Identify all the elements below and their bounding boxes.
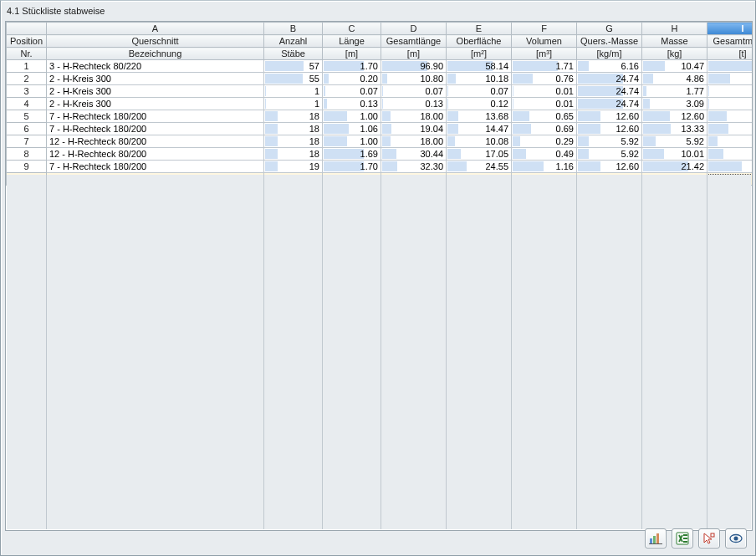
cell-G[interactable]: 24.74 — [577, 85, 642, 98]
cell-C[interactable]: 0.07 — [323, 85, 381, 98]
grid[interactable]: A B C D E F G H I Position Querschnitt A… — [5, 21, 753, 531]
cell-F[interactable]: 0.01 — [512, 98, 577, 110]
cell-C[interactable]: 1.70 — [323, 161, 381, 173]
cell-E[interactable]: 58.14 — [447, 60, 512, 73]
cell-querschnitt[interactable]: 7 - H-Rechteck 180/200 — [47, 123, 264, 135]
cell-H[interactable]: 1.77 — [642, 85, 707, 98]
cell-I[interactable]: 0.003 — [707, 98, 753, 110]
export-excel-button[interactable] — [672, 528, 693, 548]
cell-B[interactable]: 18 — [264, 110, 323, 123]
cell-I[interactable]: 0.107 — [707, 135, 753, 148]
cell-E[interactable]: 17.05 — [447, 148, 512, 161]
cell-D[interactable]: 32.30 — [381, 161, 447, 173]
cell-B[interactable]: 18 — [264, 123, 323, 135]
col-F-letter[interactable]: F — [512, 23, 577, 35]
cell-G[interactable]: 5.92 — [577, 148, 642, 161]
cell-H[interactable]: 5.92 — [642, 135, 707, 148]
cell-C[interactable]: 0.20 — [323, 73, 381, 85]
cell-F[interactable]: 0.65 — [512, 110, 577, 123]
cell-querschnitt[interactable]: 2 - H-Kreis 300 — [47, 85, 264, 98]
row-number[interactable]: 4 — [7, 98, 47, 110]
cell-B[interactable]: 1 — [264, 98, 323, 110]
table-row[interactable]: 97 - H-Rechteck 180/200191.7032.3024.551… — [7, 161, 753, 173]
cell-D[interactable]: 18.00 — [381, 110, 447, 123]
cell-C[interactable]: 1.00 — [323, 135, 381, 148]
cell-G[interactable]: 6.16 — [577, 60, 642, 73]
cell-H[interactable]: 10.01 — [642, 148, 707, 161]
table-row[interactable]: 32 - H-Kreis 30010.070.070.070.0124.741.… — [7, 85, 753, 98]
row-number[interactable]: 1 — [7, 60, 47, 73]
col-B-letter[interactable]: B — [264, 23, 323, 35]
cell-E[interactable]: 0.12 — [447, 98, 512, 110]
cell-D[interactable]: 10.80 — [381, 73, 447, 85]
cell-querschnitt[interactable]: 2 - H-Kreis 300 — [47, 98, 264, 110]
cell-G[interactable]: 12.60 — [577, 161, 642, 173]
cell-C[interactable]: 0.13 — [323, 98, 381, 110]
view-toggle-button[interactable] — [725, 528, 747, 548]
cell-C[interactable]: 1.00 — [323, 110, 381, 123]
cell-G[interactable]: 12.60 — [577, 123, 642, 135]
table-row[interactable]: 22 - H-Kreis 300550.2010.8010.180.7624.7… — [7, 73, 753, 85]
cell-querschnitt[interactable]: 12 - H-Rechteck 80/200 — [47, 148, 264, 161]
cell-B[interactable]: 18 — [264, 135, 323, 148]
cell-F[interactable]: 0.49 — [512, 148, 577, 161]
col-C-letter[interactable]: C — [323, 23, 381, 35]
cell-D[interactable]: 0.07 — [381, 85, 447, 98]
col-I-letter[interactable]: I — [707, 23, 753, 35]
cell-querschnitt[interactable]: 7 - H-Rechteck 180/200 — [47, 161, 264, 173]
cell-D[interactable]: 96.90 — [381, 60, 447, 73]
cell-H[interactable]: 12.60 — [642, 110, 707, 123]
cell-D[interactable]: 18.00 — [381, 135, 447, 148]
cell-H[interactable]: 13.33 — [642, 123, 707, 135]
chart-button[interactable] — [645, 528, 667, 548]
cell-F[interactable]: 1.16 — [512, 161, 577, 173]
cell-querschnitt[interactable]: 2 - H-Kreis 300 — [47, 73, 264, 85]
cell-G[interactable]: 24.74 — [577, 73, 642, 85]
col-H-letter[interactable]: H — [642, 23, 707, 35]
cell-B[interactable]: 57 — [264, 60, 323, 73]
cell-B[interactable]: 1 — [264, 85, 323, 98]
table-row[interactable]: 42 - H-Kreis 30010.130.130.120.0124.743.… — [7, 98, 753, 110]
table-row[interactable]: 812 - H-Rechteck 80/200181.6930.4417.050… — [7, 148, 753, 161]
col-G-letter[interactable]: G — [577, 23, 642, 35]
cell-querschnitt[interactable]: 7 - H-Rechteck 180/200 — [47, 110, 264, 123]
cell-F[interactable]: 1.71 — [512, 60, 577, 73]
cell-C[interactable]: 1.70 — [323, 60, 381, 73]
cell-I[interactable]: 0.227 — [707, 110, 753, 123]
cell-E[interactable]: 0.07 — [447, 85, 512, 98]
cell-E[interactable]: 10.08 — [447, 135, 512, 148]
cell-E[interactable]: 24.55 — [447, 161, 512, 173]
cell-C[interactable]: 1.69 — [323, 148, 381, 161]
row-number[interactable]: 8 — [7, 148, 47, 161]
cell-F[interactable]: 0.01 — [512, 85, 577, 98]
cell-H[interactable]: 21.42 — [642, 161, 707, 173]
cell-B[interactable]: 18 — [264, 148, 323, 161]
cell-G[interactable]: 12.60 — [577, 110, 642, 123]
cell-I[interactable]: 0.240 — [707, 123, 753, 135]
cell-D[interactable]: 0.13 — [381, 98, 447, 110]
table-row[interactable]: 67 - H-Rechteck 180/200181.0619.0414.470… — [7, 123, 753, 135]
cell-querschnitt[interactable]: 3 - H-Rechteck 80/220 — [47, 60, 264, 73]
cell-H[interactable]: 10.47 — [642, 60, 707, 73]
cell-D[interactable]: 19.04 — [381, 123, 447, 135]
cell-I[interactable]: 0.597 — [707, 60, 753, 73]
cell-F[interactable]: 0.69 — [512, 123, 577, 135]
row-number[interactable]: 5 — [7, 110, 47, 123]
cell-B[interactable]: 19 — [264, 161, 323, 173]
row-number[interactable]: 2 — [7, 73, 47, 85]
cell-E[interactable]: 13.68 — [447, 110, 512, 123]
cell-F[interactable]: 0.29 — [512, 135, 577, 148]
row-number[interactable]: 3 — [7, 85, 47, 98]
cell-I[interactable]: 0.180 — [707, 148, 753, 161]
cell-I[interactable]: 0.002 — [707, 85, 753, 98]
cell-H[interactable]: 4.86 — [642, 73, 707, 85]
row-number[interactable]: 6 — [7, 123, 47, 135]
col-A-letter[interactable]: A — [47, 23, 264, 35]
pick-element-button[interactable] — [698, 528, 720, 548]
cell-I[interactable]: 0.407 — [707, 161, 753, 173]
table-row[interactable]: 13 - H-Rechteck 80/220571.7096.9058.141.… — [7, 60, 753, 73]
table-row[interactable]: 712 - H-Rechteck 80/200181.0018.0010.080… — [7, 135, 753, 148]
cell-B[interactable]: 55 — [264, 73, 323, 85]
cell-G[interactable]: 24.74 — [577, 98, 642, 110]
cell-E[interactable]: 10.18 — [447, 73, 512, 85]
